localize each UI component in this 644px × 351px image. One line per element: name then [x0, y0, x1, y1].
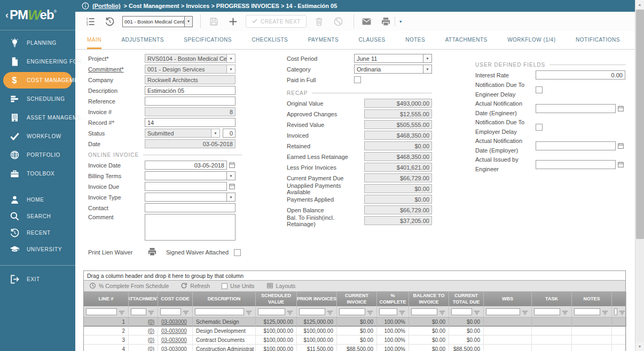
sidebar-item-portfolio[interactable]: PORTFOLIO [0, 146, 75, 164]
grid-tool-refresh[interactable]: Refresh [180, 282, 210, 290]
commitment-select[interactable]: 001 - Design Services ▼ [145, 65, 235, 74]
table-row[interactable]: 2(0)03-003000Design Development$100,000.… [84, 326, 625, 336]
grid-tool-layouts[interactable]: Layouts [266, 282, 296, 290]
status-revision-input[interactable] [223, 129, 235, 138]
sidebar-item-toolbox[interactable]: TOOLBOX [0, 164, 75, 183]
actual-issued-by-engineer-input[interactable] [536, 160, 616, 169]
column-header-cost-code[interactable]: COST CODE [158, 292, 193, 306]
filter-input-balance-to-invoice[interactable] [411, 308, 437, 315]
scroll-down-arrow-icon[interactable]: ▼ [635, 342, 644, 351]
status-select[interactable]: Submitted ▼ [145, 129, 220, 138]
filter-funnel-icon[interactable] [522, 308, 528, 315]
record-list-icon[interactable]: 123 [84, 15, 97, 28]
sidebar-item-exit[interactable]: EXIT [0, 270, 75, 289]
filter-funnel-icon[interactable] [602, 308, 608, 315]
filter-input-attachment[interactable] [131, 308, 146, 315]
print-options-caret-icon[interactable]: ▼ [399, 20, 403, 23]
tab-notes[interactable]: NOTES [405, 31, 425, 49]
tab-notifications[interactable]: NOTIFICATIONS [576, 31, 620, 49]
notification-employer-delay-checkbox[interactable] [536, 124, 543, 131]
signed-waiver-checkbox[interactable] [234, 249, 241, 256]
record-history-icon[interactable] [103, 15, 116, 28]
column-header-scheduled-value[interactable]: SCHEDULED VALUE [256, 292, 297, 306]
column-header-notes[interactable]: NOTES [572, 292, 612, 306]
tab-clauses[interactable]: CLAUSES [359, 31, 386, 49]
tab-workflow-1-4[interactable]: WORKFLOW (1/4) [507, 31, 555, 49]
print-icon[interactable] [380, 15, 392, 28]
description-input[interactable] [145, 86, 235, 95]
filter-input-cost-code[interactable] [160, 308, 181, 315]
calendar-icon[interactable] [617, 105, 625, 113]
filter-funnel-icon[interactable] [119, 308, 125, 315]
filter-funnel-icon[interactable] [327, 308, 333, 315]
attachment-link[interactable]: (0) [148, 346, 154, 351]
breadcrumb-portfolio-link[interactable]: (Portfolio) [92, 3, 121, 9]
actual-notification-date-engineer-input[interactable] [536, 104, 616, 113]
filter-input-wbs[interactable] [486, 308, 520, 315]
paid-in-full-checkbox[interactable] [354, 76, 361, 83]
create-next-button[interactable]: CREATE NEXT [246, 15, 307, 28]
filter-funnel-icon[interactable] [246, 308, 252, 315]
column-header-complete[interactable]: % COMPLETE [377, 292, 409, 306]
filter-funnel-icon[interactable] [474, 308, 480, 315]
table-row[interactable]: 4(0)03-003000Construction Administrat$10… [84, 345, 625, 351]
attachment-link[interactable]: (0) [148, 328, 154, 334]
filter-input-current-invoice[interactable] [339, 308, 365, 315]
column-header-line[interactable]: LINE # [84, 292, 129, 306]
filter-input-complete[interactable] [379, 308, 397, 315]
tab-checklists[interactable]: CHECKLISTS [252, 31, 288, 49]
column-header-balance-to-invoice[interactable]: BALANCE TO INVOICE [409, 292, 449, 306]
column-header-prior-invoices[interactable]: PRIOR INVOICES [297, 292, 337, 306]
tab-specifications[interactable]: SPECIFICATIONS [184, 31, 232, 49]
column-header-task[interactable]: TASK [532, 292, 572, 306]
table-row[interactable]: 3(0)03-003000Contract Documents$100,000.… [84, 336, 625, 345]
calendar-icon[interactable] [229, 161, 236, 169]
column-header-current-invoice[interactable]: CURRENT INVOICE [337, 292, 377, 306]
filter-input-description[interactable] [195, 308, 244, 315]
cost-period-select[interactable]: June 11 ▼ [354, 54, 432, 63]
invoice-date-input[interactable] [145, 161, 227, 170]
info-icon[interactable] [82, 2, 89, 10]
column-header-wbs[interactable]: WBS [484, 292, 532, 306]
cost-code-link[interactable]: 03-003000 [161, 319, 187, 325]
filter-funnel-icon[interactable] [367, 308, 373, 315]
cost-code-link[interactable]: 03-003000 [161, 337, 187, 343]
table-row[interactable]: 1(0)03-003000Schematic Design$125,000.00… [84, 317, 625, 326]
filter-funnel-icon[interactable] [287, 308, 293, 315]
comment-textarea[interactable] [145, 214, 235, 241]
sidebar-item-workflow[interactable]: WORKFLOW [0, 127, 75, 146]
column-header-blank[interactable] [612, 292, 626, 306]
filter-funnel-icon[interactable] [399, 308, 405, 315]
column-header-attachment[interactable]: ATTACHMENT [129, 292, 158, 306]
invoice-due-input[interactable] [145, 182, 227, 191]
void-icon[interactable] [332, 15, 345, 28]
sidebar-item-recent[interactable]: RECENT [0, 225, 75, 241]
pmweb-logo[interactable]: ‹PMWeb® [0, 0, 75, 30]
column-header-description[interactable]: DESCRIPTION [193, 292, 256, 306]
grid-tool-pct-complete-from-schedule[interactable]: % Complete From Schedule [89, 282, 169, 290]
billing-terms-select[interactable]: ▼ [145, 171, 235, 180]
sidebar-item-asset-management[interactable]: ASSET MANAGEME... [0, 108, 75, 127]
sidebar-item-planning[interactable]: PLANNING [0, 34, 75, 52]
delete-icon[interactable] [313, 15, 326, 28]
filter-input-task[interactable] [534, 308, 560, 315]
tab-main[interactable]: MAIN [87, 31, 101, 49]
grid-group-by-bar[interactable]: Drag a column header and drop it here to… [84, 271, 625, 281]
filter-funnel-icon[interactable] [562, 308, 568, 315]
filter-input-scheduled-value[interactable] [258, 308, 285, 315]
sidebar-item-engineering-forms[interactable]: ENGINEERING FOR... [0, 52, 75, 71]
sidebar-item-search[interactable]: SEARCH [0, 208, 75, 225]
interest-rate-input[interactable] [536, 70, 625, 79]
cost-code-link[interactable]: 03-003000 [161, 346, 187, 351]
attachment-link[interactable]: (0) [148, 319, 154, 325]
calendar-icon[interactable] [617, 161, 625, 169]
filter-funnel-icon[interactable] [439, 308, 445, 315]
filter-input-blank[interactable] [614, 308, 617, 315]
sidebar-item-scheduling[interactable]: SCHEDULING [0, 90, 75, 108]
sidebar-item-university[interactable]: UNIVERSITY [0, 241, 75, 258]
email-icon[interactable] [360, 15, 373, 28]
print-lien-waiver-icon[interactable] [147, 247, 159, 258]
save-icon[interactable] [207, 15, 220, 28]
tab-payments[interactable]: PAYMENTS [308, 31, 339, 49]
filter-input-notes[interactable] [574, 308, 600, 315]
